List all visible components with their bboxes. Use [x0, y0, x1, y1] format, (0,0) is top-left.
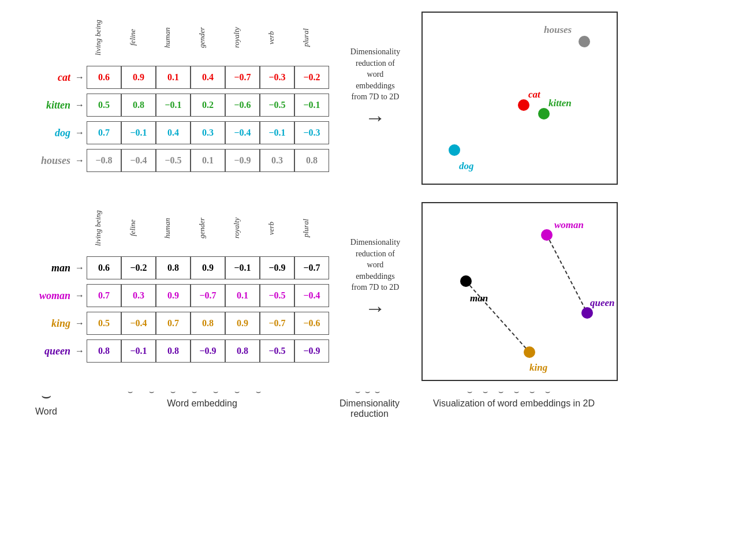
top-dim-reduction-label: Dimensionality reduction of word embeddi… [329, 46, 421, 128]
arrow-cat: → [75, 72, 84, 83]
bottom-dim-text: Dimensionality reduction of word embeddi… [350, 237, 400, 293]
bottom-tables-area: living beingfelinehumangenderroyaltyverb… [12, 202, 329, 367]
cell-dog-3: 0.3 [191, 121, 225, 144]
cell-woman-0: 0.7 [87, 284, 121, 307]
cell-king-1: −0.4 [121, 312, 156, 335]
cells-houses: −0.8−0.4−0.50.1−0.90.30.8 [87, 149, 329, 172]
dot-man [460, 275, 472, 287]
cell-queen-5: −0.5 [260, 339, 294, 363]
cell-man-3: 0.9 [191, 256, 225, 279]
cell-man-6: −0.7 [294, 256, 329, 279]
dim-reduction-brace: ⌣⌣⌣ [355, 388, 385, 396]
word-label-woman: woman [12, 290, 75, 302]
cell-houses-5: 0.3 [260, 149, 294, 172]
cell-cat-2: 0.1 [156, 66, 191, 89]
embedding-label-section: ⌣⌣⌣⌣⌣⌣⌣ Word embedding [81, 388, 323, 409]
cell-woman-5: −0.5 [260, 284, 294, 307]
cell-dog-6: −0.3 [294, 121, 329, 144]
dot-dog [449, 144, 460, 156]
cell-kitten-1: 0.8 [121, 94, 156, 117]
cell-man-2: 0.8 [156, 256, 191, 279]
dot-label-houses: houses [544, 24, 572, 36]
top-section: living beingfelinehumangenderroyaltyverb… [12, 12, 733, 185]
cells-woman: 0.70.30.9−0.70.1−0.5−0.4 [87, 284, 329, 307]
cell-king-6: −0.6 [294, 312, 329, 335]
cell-man-1: −0.2 [121, 256, 156, 279]
cell-kitten-4: −0.6 [225, 94, 260, 117]
col-header-living-being: living being [81, 12, 115, 64]
word-row-dog: dog→0.7−0.10.40.3−0.4−0.1−0.3 [12, 121, 329, 144]
col-header-royalty: royalty [219, 12, 254, 64]
dot-label-cat: cat [528, 89, 540, 100]
dot-label-king: king [529, 362, 547, 374]
word-brace: ⌣ [41, 388, 51, 404]
arrow-houses: → [75, 155, 84, 166]
cells-kitten: 0.50.8−0.10.2−0.6−0.5−0.1 [87, 94, 329, 117]
viz-brace-label: Visualization of word embeddings in 2D [433, 398, 595, 409]
dot-woman [541, 229, 553, 241]
dot-label-kitten: kitten [548, 98, 572, 109]
cell-houses-3: 0.1 [191, 149, 225, 172]
word-label-cat: cat [12, 72, 75, 84]
column-headers: living beingfelinehumangenderroyaltyverb… [81, 12, 329, 64]
col-header-verb: verb [254, 202, 289, 254]
cell-dog-5: −0.1 [260, 121, 294, 144]
viz-brace: ⌣⌣⌣⌣⌣⌣ [467, 388, 561, 396]
cell-man-5: −0.9 [260, 256, 294, 279]
dim-reduction-label-section: ⌣⌣⌣ Dimensionality reduction [323, 388, 416, 419]
cell-houses-0: −0.8 [87, 149, 121, 172]
cell-dog-0: 0.7 [87, 121, 121, 144]
cell-man-0: 0.6 [87, 256, 121, 279]
cell-king-0: 0.5 [87, 312, 121, 335]
viz-label-section: ⌣⌣⌣⌣⌣⌣ Visualization of word embeddings … [416, 388, 612, 409]
cell-queen-3: −0.9 [191, 339, 225, 363]
cell-cat-3: 0.4 [191, 66, 225, 89]
cell-cat-6: −0.2 [294, 66, 329, 89]
word-row-man: man→0.6−0.20.80.9−0.1−0.9−0.7 [12, 256, 329, 279]
dot-label-man: man [470, 293, 488, 304]
cell-queen-6: −0.9 [294, 339, 329, 363]
cell-woman-2: 0.9 [156, 284, 191, 307]
cell-cat-4: −0.7 [225, 66, 260, 89]
cells-dog: 0.7−0.10.40.3−0.4−0.1−0.3 [87, 121, 329, 144]
word-label-king: king [12, 318, 75, 330]
cell-kitten-2: −0.1 [156, 94, 191, 117]
bottom-arrow: → [365, 298, 386, 319]
dashed-lines-svg [423, 203, 619, 382]
cell-dog-2: 0.4 [156, 121, 191, 144]
cell-cat-5: −0.3 [260, 66, 294, 89]
cell-queen-2: 0.8 [156, 339, 191, 363]
col-header-gender: gender [185, 12, 219, 64]
dot-kitten [538, 108, 550, 120]
bottom-viz-box: womanmanqueenking [421, 202, 618, 381]
cell-houses-4: −0.9 [225, 149, 260, 172]
cell-woman-3: −0.7 [191, 284, 225, 307]
svg-line-0 [547, 235, 587, 313]
col-header-plural: plural [289, 12, 323, 64]
cell-queen-1: −0.1 [121, 339, 156, 363]
col-header-royalty: royalty [219, 202, 254, 254]
dot-label-dog: dog [459, 160, 474, 172]
cell-kitten-5: −0.5 [260, 94, 294, 117]
cell-kitten-3: 0.2 [191, 94, 225, 117]
top-tables-area: living beingfelinehumangenderroyaltyverb… [12, 12, 329, 177]
embedding-brace: ⌣⌣⌣⌣⌣⌣⌣ [128, 388, 277, 396]
dim-reduction-brace-label: Dimensionality reduction [339, 398, 400, 419]
cell-kitten-6: −0.1 [294, 94, 329, 117]
word-row-queen: queen→0.8−0.10.8−0.90.8−0.5−0.9 [12, 339, 329, 363]
cells-queen: 0.8−0.10.8−0.90.8−0.5−0.9 [87, 339, 329, 363]
dot-queen [581, 307, 593, 319]
cell-cat-0: 0.6 [87, 66, 121, 89]
word-row-woman: woman→0.70.30.9−0.70.1−0.5−0.4 [12, 284, 329, 307]
cell-king-4: 0.9 [225, 312, 260, 335]
col-header-feline: feline [115, 12, 150, 64]
cell-queen-4: 0.8 [225, 339, 260, 363]
cell-king-5: −0.7 [260, 312, 294, 335]
arrow-dog: → [75, 128, 84, 138]
cell-woman-4: 0.1 [225, 284, 260, 307]
col-header-living-being: living being [81, 202, 115, 254]
col-header-plural: plural [289, 202, 323, 254]
word-label-houses: houses [12, 155, 75, 167]
cell-kitten-0: 0.5 [87, 94, 121, 117]
cell-king-2: 0.7 [156, 312, 191, 335]
